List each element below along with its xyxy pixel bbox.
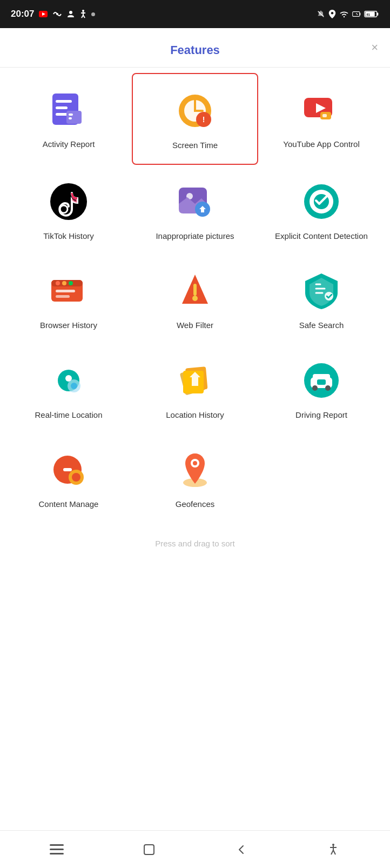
feature-label-content-manage: Content Manage [39, 499, 99, 510]
home-button[interactable] [136, 836, 163, 863]
feature-icon-realtime-location [47, 359, 90, 402]
feature-item-inappropriate-pictures[interactable]: Inappropriate pictures [132, 165, 258, 255]
feature-icon-safe-search [300, 269, 343, 312]
svg-text:81: 81 [366, 12, 370, 16]
feature-item-activity-report[interactable]: Activity Report [5, 73, 132, 165]
feature-icon-web-filter [173, 269, 217, 312]
wifi-icon [339, 10, 349, 18]
status-time: 20:07 [11, 9, 34, 19]
svg-line-79 [333, 850, 335, 854]
feature-label-tiktok-history: TikTok History [43, 231, 94, 242]
feature-icon-content-manage [47, 448, 90, 491]
feature-item-safe-search[interactable]: Safe Search [258, 254, 385, 344]
main-content: Features × Activity Report ! Screen Time [0, 28, 390, 830]
dot-indicator [91, 12, 95, 16]
feature-label-browser-history: Browser History [40, 320, 97, 331]
svg-point-42 [62, 281, 66, 285]
svg-point-62 [325, 385, 331, 391]
feature-item-geofences[interactable]: Geofences [132, 433, 258, 523]
feature-item-driving-report[interactable]: Driving Report [258, 344, 385, 433]
feature-item-youtube-app-control[interactable]: YouTube App Control [258, 73, 385, 165]
svg-point-75 [332, 844, 334, 846]
feature-icon-activity-report [47, 88, 90, 131]
feature-label-safe-search: Safe Search [299, 320, 344, 331]
menu-button[interactable] [43, 836, 70, 863]
svg-point-3 [69, 11, 72, 14]
svg-rect-22 [69, 117, 72, 119]
feature-item-tiktok-history[interactable]: TikTok History [5, 165, 132, 255]
feature-label-inappropriate-pictures: Inappropriate pictures [156, 231, 234, 242]
feature-icon-tiktok-history [47, 180, 90, 223]
header: Features × [0, 28, 390, 68]
mute-icon [317, 10, 325, 18]
svg-point-46 [192, 296, 198, 301]
youtube-notification-icon [38, 10, 48, 18]
feature-icon-driving-report [300, 359, 343, 402]
svg-rect-73 [50, 853, 64, 854]
svg-line-78 [331, 850, 333, 854]
svg-rect-18 [56, 106, 68, 109]
location-icon [328, 10, 336, 18]
svg-point-43 [69, 281, 73, 285]
feature-label-realtime-location: Real-time Location [35, 410, 102, 420]
back-button[interactable] [227, 836, 254, 863]
feature-icon-inappropriate-pictures [173, 180, 217, 223]
feature-item-explicit-content-detection[interactable]: Explicit Content Detection [258, 165, 385, 255]
feature-label-screen-time: Screen Time [172, 140, 218, 151]
feature-label-activity-report: Activity Report [43, 139, 95, 150]
svg-rect-20 [66, 111, 82, 124]
feature-item-web-filter[interactable]: Web Filter [132, 254, 258, 344]
svg-rect-44 [56, 290, 75, 292]
svg-text:!: ! [203, 115, 205, 124]
svg-point-70 [193, 461, 197, 465]
svg-line-8 [83, 15, 85, 18]
battery-icon: 81 [364, 10, 379, 18]
accessibility-button[interactable] [320, 836, 347, 863]
feature-icon-youtube-app-control [300, 88, 343, 131]
svg-point-4 [82, 10, 84, 12]
person-icon [66, 10, 75, 18]
svg-rect-65 [63, 468, 72, 471]
close-button[interactable]: × [371, 41, 378, 55]
feature-icon-location-history [173, 359, 217, 402]
feature-icon-explicit-content-detection [300, 180, 343, 223]
nav-bar [0, 830, 390, 868]
status-bar: 20:07 [0, 0, 390, 28]
svg-rect-30 [322, 114, 327, 117]
svg-point-41 [56, 281, 60, 285]
svg-rect-71 [50, 844, 64, 846]
feature-icon-geofences [173, 448, 217, 491]
battery-saver-icon [352, 10, 361, 18]
svg-rect-17 [56, 100, 72, 103]
svg-rect-72 [50, 849, 64, 850]
svg-rect-11 [360, 13, 360, 15]
svg-point-9 [331, 12, 333, 14]
feature-icon-screen-time: ! [173, 89, 217, 132]
feature-item-screen-time[interactable]: ! Screen Time [132, 73, 258, 165]
feature-label-driving-report: Driving Report [295, 410, 347, 420]
svg-rect-63 [317, 379, 326, 385]
feature-label-web-filter: Web Filter [177, 320, 213, 331]
accessibility2-icon [79, 10, 87, 18]
svg-rect-45 [56, 295, 70, 298]
svg-point-50 [325, 292, 333, 301]
svg-rect-74 [144, 845, 154, 854]
feature-icon-browser-history [47, 269, 90, 312]
svg-point-61 [312, 385, 318, 391]
feature-item-content-manage[interactable]: Content Manage [5, 433, 132, 523]
feature-item-realtime-location[interactable]: Real-time Location [5, 344, 132, 433]
feature-label-location-history: Location History [166, 410, 224, 420]
feature-item-location-history[interactable]: Location History [132, 344, 258, 433]
svg-point-2 [56, 13, 58, 15]
svg-rect-21 [69, 113, 73, 116]
page-title: Features [170, 43, 220, 57]
svg-point-67 [72, 473, 80, 482]
feature-label-geofences: Geofences [176, 499, 215, 510]
features-grid: Activity Report ! Screen Time YouTube Ap… [0, 68, 390, 523]
drag-hint: Press and drag to sort [0, 523, 390, 559]
status-bar-left: 20:07 [11, 9, 95, 19]
status-bar-right: 81 [317, 10, 379, 18]
activity-icon [52, 10, 62, 18]
feature-label-explicit-content-detection: Explicit Content Detection [275, 231, 368, 242]
feature-item-browser-history[interactable]: Browser History [5, 254, 132, 344]
